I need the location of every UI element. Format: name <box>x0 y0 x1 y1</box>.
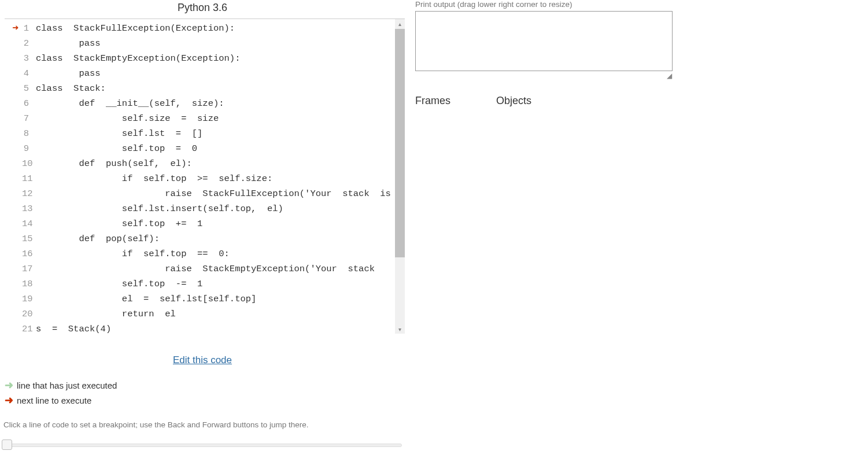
code-line[interactable]: 11 if self.top >= self.size: <box>5 171 405 186</box>
line-number: 4 <box>22 66 36 81</box>
code-text: raise StackEmptyException('Your stack <box>36 261 386 276</box>
line-number: 14 <box>22 216 36 231</box>
line-number: 12 <box>22 186 36 201</box>
line-number: 16 <box>22 246 36 261</box>
line-number: 21 <box>22 322 36 334</box>
legend-next-text: next line to execute <box>17 396 91 405</box>
line-number: 20 <box>22 306 36 322</box>
legend: ➜ line that has just executed ➜ next lin… <box>5 379 405 407</box>
code-text: def pop(self): <box>36 231 160 246</box>
line-number: 6 <box>22 96 36 111</box>
right-panel: Print output (drag lower right corner to… <box>405 0 694 458</box>
line-number: 19 <box>22 291 36 306</box>
next-arrow-icon: ➜ <box>5 394 13 407</box>
scroll-up-icon[interactable]: ▴ <box>395 19 405 29</box>
code-line[interactable]: 10 def push(self, el): <box>5 156 405 171</box>
code-line[interactable]: 12 raise StackFullException('Your stack … <box>5 186 405 201</box>
line-number: 2 <box>22 36 36 51</box>
line-number: 10 <box>22 156 36 171</box>
code-line[interactable]: 14 self.top += 1 <box>5 216 405 231</box>
legend-executed-text: line that has just executed <box>17 381 117 390</box>
output-box[interactable] <box>415 11 673 71</box>
objects-heading: Objects <box>496 95 531 107</box>
line-number: 1 <box>22 21 36 36</box>
breakpoint-hint: Click a line of code to set a breakpoint… <box>3 420 405 429</box>
vertical-scrollbar[interactable]: ▴ ▾ <box>395 19 405 334</box>
code-text: class Stack: <box>36 81 106 96</box>
line-number: 8 <box>22 126 36 141</box>
code-line[interactable]: 13 self.lst.insert(self.top, el) <box>5 201 405 216</box>
code-area: ➜1class StackFullException(Exception):2 … <box>5 19 405 334</box>
code-text: pass <box>36 36 101 51</box>
line-number: 18 <box>22 276 36 291</box>
edit-link-container: Edit this code <box>0 354 405 366</box>
executed-arrow-icon: ➜ <box>5 379 13 391</box>
line-number: 11 <box>22 171 36 186</box>
line-number: 7 <box>22 111 36 126</box>
code-text: def __init__(self, size): <box>36 96 224 111</box>
left-panel: Python 3.6 ➜1class StackFullException(Ex… <box>0 0 405 458</box>
code-line[interactable]: 2 pass <box>5 36 405 51</box>
code-text: self.top = 0 <box>36 141 197 156</box>
resize-handle-icon[interactable]: ◢ <box>667 72 694 80</box>
code-line[interactable]: 21s = Stack(4) <box>5 322 405 334</box>
code-line[interactable]: 7 self.size = size <box>5 111 405 126</box>
line-number: 17 <box>22 261 36 276</box>
code-text: self.top += 1 <box>36 216 202 231</box>
code-text: s = Stack(4) <box>36 322 111 334</box>
code-text: raise StackFullException('Your stack is <box>36 186 391 201</box>
scroll-down-icon[interactable]: ▾ <box>395 324 405 334</box>
code-line[interactable]: 17 raise StackEmptyException('Your stack <box>5 261 405 276</box>
code-line[interactable]: 16 if self.top == 0: <box>5 246 405 261</box>
slider-track[interactable] <box>2 444 402 447</box>
code-line[interactable]: 5class Stack: <box>5 81 405 96</box>
output-label: Print output (drag lower right corner to… <box>415 0 694 9</box>
code-text: el = self.lst[self.top] <box>36 291 256 306</box>
code-line[interactable]: 15 def pop(self): <box>5 231 405 246</box>
line-number: 5 <box>22 81 36 96</box>
code-text: self.lst.insert(self.top, el) <box>36 201 283 216</box>
language-title: Python 3.6 <box>0 2 405 14</box>
code-text: class StackFullException(Exception): <box>36 21 235 36</box>
line-number: 13 <box>22 201 36 216</box>
edit-code-link[interactable]: Edit this code <box>173 354 232 365</box>
code-text: self.lst = [] <box>36 126 202 141</box>
line-number: 3 <box>22 51 36 66</box>
code-text: if self.top == 0: <box>36 246 230 261</box>
code-line[interactable]: 19 el = self.lst[self.top] <box>5 291 405 306</box>
code-text: def push(self, el): <box>36 156 192 171</box>
current-line-arrow-icon: ➜ <box>12 21 19 36</box>
code-text: class StackEmptyException(Exception): <box>36 51 240 66</box>
code-text: if self.top >= self.size: <box>36 171 272 186</box>
step-slider[interactable] <box>2 439 402 450</box>
code-line[interactable]: 3class StackEmptyException(Exception): <box>5 51 405 66</box>
code-line[interactable]: 4 pass <box>5 66 405 81</box>
code-text: pass <box>36 66 101 81</box>
frames-heading: Frames <box>415 95 496 107</box>
arrow-column: ➜ <box>5 21 22 36</box>
code-text: self.top -= 1 <box>36 276 202 291</box>
line-number: 15 <box>22 231 36 246</box>
code-line[interactable]: ➜1class StackFullException(Exception): <box>5 21 405 36</box>
code-text: self.size = size <box>36 111 219 126</box>
code-line[interactable]: 18 self.top -= 1 <box>5 276 405 291</box>
code-line[interactable]: 8 self.lst = [] <box>5 126 405 141</box>
code-line[interactable]: 20 return el <box>5 306 405 322</box>
code-line[interactable]: 6 def __init__(self, size): <box>5 96 405 111</box>
code-line[interactable]: 9 self.top = 0 <box>5 141 405 156</box>
code-text: return el <box>36 306 176 322</box>
code-lines[interactable]: ➜1class StackFullException(Exception):2 … <box>5 19 405 334</box>
line-number: 9 <box>22 141 36 156</box>
slider-thumb[interactable] <box>2 439 12 450</box>
vertical-scroll-thumb[interactable] <box>395 29 405 257</box>
